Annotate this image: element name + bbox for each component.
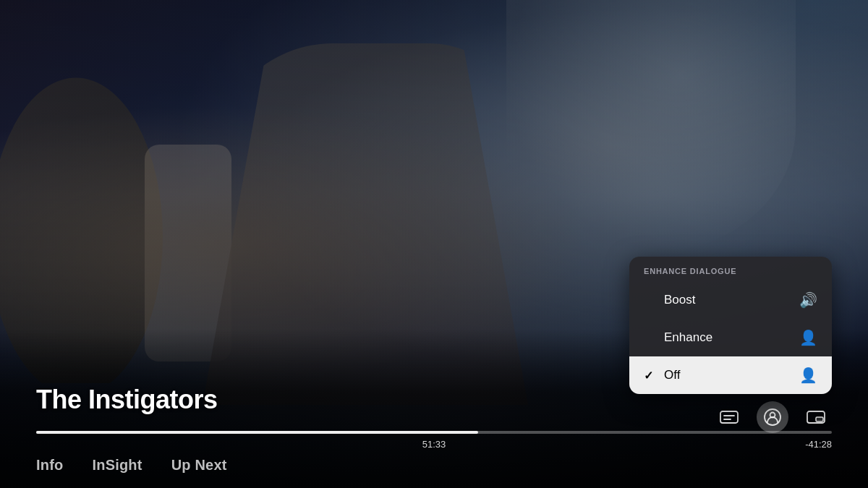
tab-info[interactable]: Info	[36, 457, 63, 474]
boost-checkmark	[644, 294, 657, 307]
progress-container[interactable]: 51:33 -41:28	[36, 431, 832, 434]
enhance-dialogue-popup: ENHANCE DIALOGUE Boost 🔊 Enhance 👤 ✓ Off…	[629, 257, 832, 394]
nav-tabs: Info InSight Up Next	[36, 457, 832, 474]
tab-up-next[interactable]: Up Next	[171, 457, 227, 474]
off-label: Off	[664, 368, 680, 382]
off-checkmark: ✓	[644, 369, 657, 382]
enhance-dialogue-header: ENHANCE DIALOGUE	[629, 257, 832, 281]
enhance-option-enhance[interactable]: Enhance 👤	[629, 319, 832, 356]
enhance-icon: 👤	[799, 329, 817, 346]
boost-label: Boost	[664, 293, 695, 307]
progress-track[interactable]	[36, 431, 832, 434]
enhance-option-boost[interactable]: Boost 🔊	[629, 281, 832, 319]
time-remaining: -41:28	[805, 439, 832, 450]
controls-area: The Instigators 51:33 -41:28 Info InSigh…	[0, 385, 868, 488]
enhance-label: Enhance	[664, 330, 712, 345]
progress-fill	[36, 431, 478, 434]
off-icon: 👤	[799, 367, 817, 384]
boost-icon: 🔊	[799, 291, 817, 309]
enhance-checkmark	[644, 331, 657, 344]
time-current: 51:33	[422, 439, 446, 450]
enhance-option-off[interactable]: ✓ Off 👤	[629, 356, 832, 394]
tab-insight[interactable]: InSight	[92, 457, 142, 474]
